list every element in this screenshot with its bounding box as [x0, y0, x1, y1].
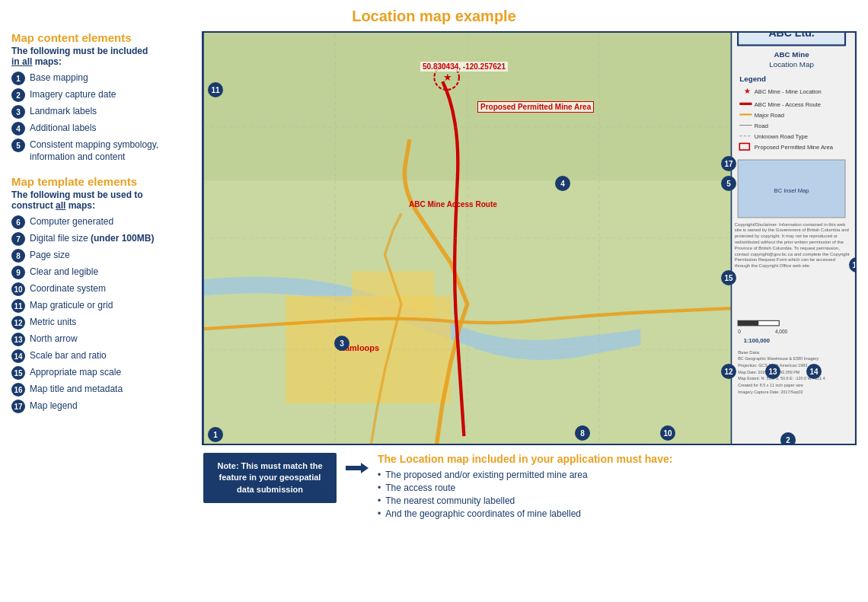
svg-text:4,000: 4,000 [775, 329, 788, 334]
annotation-12: 12 [721, 364, 736, 379]
req-item-text: And the geographic coordinates of mine l… [385, 508, 581, 519]
left-panel: Map content elements The following must … [11, 31, 194, 425]
svg-text:Road: Road [755, 123, 768, 129]
requirements-box: The Location map included in your applic… [378, 453, 857, 521]
annotation-8: 8 [575, 425, 590, 441]
list-item: 7 Digital file size (under 100MB) [11, 232, 190, 246]
annotation-13: 13 [765, 364, 780, 379]
section2-title: Map template elements [11, 175, 190, 188]
svg-text:Major Road: Major Road [755, 112, 784, 119]
list-item: 3 Landmark labels [11, 105, 190, 119]
svg-rect-1 [203, 33, 731, 180]
list-item: 6 Computer generated [11, 215, 190, 229]
req-item-text: The nearest community labelled [385, 495, 515, 506]
annotation-3: 3 [334, 336, 349, 351]
annotation-4: 4 [555, 176, 570, 191]
svg-text:Legend: Legend [739, 75, 766, 83]
main-container: Location map example Map content element… [0, 0, 868, 529]
section2-subtitle: The following must be used to construct … [11, 190, 190, 211]
svg-text:ABC Mine - Access Route: ABC Mine - Access Route [755, 101, 821, 108]
list-item: 11 Map graticule or grid [11, 299, 190, 313]
req-item-text: The access route [385, 483, 455, 493]
list-item: 12 Metric units [11, 316, 190, 330]
list-item: 4 Additional labels [11, 122, 190, 135]
list-item: 2 Imagery capture date [11, 88, 190, 102]
svg-text:0: 0 [738, 329, 741, 334]
req-list: The proposed and/or existing permitted m… [378, 470, 857, 519]
req-item: The access route [378, 483, 857, 493]
annotation-14: 14 [806, 364, 822, 379]
access-route-label: ABC Mine Access Route [409, 200, 497, 209]
map-image: ★ ABC Ltd. ABC Mine Location Map Legend … [203, 33, 855, 444]
svg-rect-28 [738, 320, 758, 326]
svg-text:★: ★ [443, 72, 452, 83]
list-item: 8 Page size [11, 249, 190, 263]
map-svg: ★ ABC Ltd. ABC Mine Location Map Legend … [203, 33, 855, 444]
req-item: And the geographic coordinates of mine l… [378, 508, 857, 519]
req-item-text: The proposed and/or existing permitted m… [385, 470, 587, 480]
req-item: The nearest community labelled [378, 495, 857, 506]
svg-text:BC Inset Map: BC Inset Map [774, 187, 809, 194]
section1-subtitle: The following must be included in all ma… [11, 46, 190, 67]
list-item: 1 Base mapping [11, 72, 190, 85]
svg-text:Created for 8.5 x 11 inch pape: Created for 8.5 x 11 inch paper size [738, 383, 803, 387]
coord-label: 50.830434, -120.257621 [420, 62, 508, 72]
content-row: Map content elements The following must … [11, 31, 857, 445]
svg-text:Base Data:: Base Data: [738, 350, 761, 355]
section1-title: Map content elements [11, 31, 190, 44]
svg-text:★: ★ [744, 87, 751, 95]
note-box: Note: This must match the feature in you… [203, 453, 337, 503]
req-item: The proposed and/or existing permitted m… [378, 470, 857, 480]
content-items-list: 1 Base mapping 2 Imagery capture date 3 … [11, 72, 190, 163]
arrow-icon [346, 460, 369, 476]
req-title: The Location map included in your applic… [378, 453, 857, 465]
list-item: 5 Consistent mapping symbology, informat… [11, 139, 190, 163]
list-item: 10 Coordinate system [11, 282, 190, 296]
svg-marker-55 [346, 463, 369, 473]
svg-text:ABC Mine: ABC Mine [774, 50, 810, 59]
svg-text:Imagery Capture Date: 2017/Sep: Imagery Capture Date: 2017/Sep02 [738, 390, 803, 394]
annotation-11: 11 [208, 82, 223, 97]
svg-text:ABC Ltd.: ABC Ltd. [768, 33, 814, 39]
svg-text:ABC Mine - Mine Location: ABC Mine - Mine Location [755, 88, 822, 95]
list-item: 17 Map legend [11, 400, 190, 413]
annotation-15: 15 [721, 270, 736, 285]
template-items-list: 6 Computer generated 7 Digital file size… [11, 215, 190, 413]
list-item: 14 Scale bar and ratio [11, 349, 190, 363]
annotation-1: 1 [208, 427, 223, 442]
list-item: 13 North arrow [11, 333, 190, 346]
annotation-2: 2 [780, 432, 796, 444]
annotation-17: 17 [721, 156, 736, 171]
arrow-container [346, 453, 369, 476]
annotation-10: 10 [660, 425, 675, 441]
annotation-5: 5 [721, 176, 736, 191]
bottom-row: Note: This must match the feature in you… [11, 453, 857, 521]
svg-text:Proposed Permitted Mine Area: Proposed Permitted Mine Area [755, 144, 834, 151]
svg-text:BC Geographic Warehouse & ESRI: BC Geographic Warehouse & ESRI Imagery [738, 356, 819, 361]
svg-text:1:100,000: 1:100,000 [744, 337, 770, 344]
list-item: 9 Clear and legible [11, 266, 190, 279]
note-text: Note: This must match the feature in you… [217, 461, 322, 494]
map-area: ★ ABC Ltd. ABC Mine Location Map Legend … [202, 31, 857, 445]
svg-text:Unknown Road Type: Unknown Road Type [755, 133, 808, 140]
list-item: 16 Map title and metadata [11, 383, 190, 397]
list-item: 15 Appropriate map scale [11, 366, 190, 380]
mine-area-label: Proposed Permitted Mine Area [477, 101, 594, 113]
page-title: Location map example [11, 8, 857, 25]
svg-text:Location Map: Location Map [769, 60, 814, 68]
